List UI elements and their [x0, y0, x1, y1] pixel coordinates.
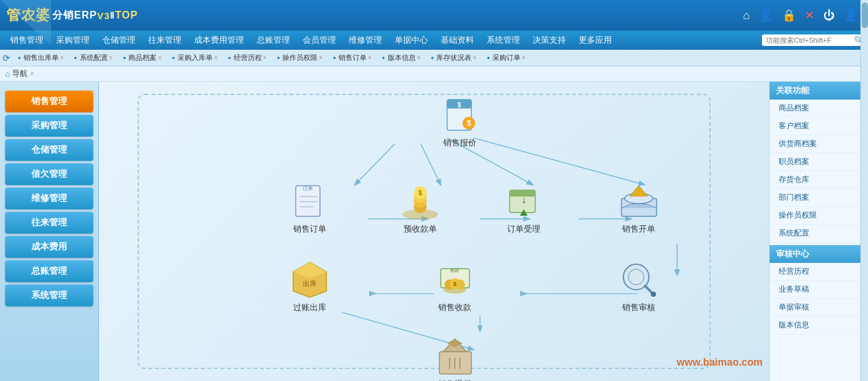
sidebar-item-debt[interactable]: 借欠管理	[5, 163, 93, 185]
tab-goods[interactable]: 商品档案 ×	[118, 51, 167, 64]
flow-node-prepay[interactable]: $ 预收款单	[398, 181, 443, 235]
flow-node-sales-collect[interactable]: 收款 $ 销售收款	[432, 259, 477, 313]
tab-inventory-status[interactable]: 库存状况表 ×	[426, 51, 482, 64]
link-customer[interactable]: 客户档案	[770, 117, 868, 135]
header: 管农婆 分销ERP V3 Ⅱ TOP ⌂ 👤 🔒 ✕ ⏻ 👤	[0, 0, 868, 31]
home-icon[interactable]: ⌂	[743, 9, 750, 22]
close-icon[interactable]: ✕	[805, 8, 814, 22]
sales-open-label: 销售开单	[622, 223, 655, 235]
link-draft[interactable]: 业务草稿	[770, 281, 868, 299]
svg-text:收款: 收款	[450, 268, 459, 273]
sales-return-label: 销售退货	[438, 378, 471, 381]
sales-collect-label: 销售收款	[438, 302, 471, 313]
flow-node-sales-return[interactable]: 销售退货	[432, 336, 477, 381]
flow-node-sales-audit[interactable]: 销售审核	[616, 259, 661, 313]
nav-system[interactable]: 系统管理	[480, 32, 526, 49]
nav-more[interactable]: 更多应用	[572, 32, 618, 49]
svg-text:$: $	[453, 281, 456, 287]
nav-ledger[interactable]: 总账管理	[250, 32, 296, 49]
tab-purchase-in[interactable]: 采购入库单 ×	[167, 51, 223, 64]
refresh-icon[interactable]: ⟳	[3, 53, 10, 63]
svg-text:$: $	[457, 101, 461, 108]
sales-collect-icon: 收款 $	[432, 259, 477, 301]
link-staff[interactable]: 职员档案	[770, 153, 868, 171]
link-doc-audit[interactable]: 单据审核	[770, 299, 868, 317]
right-panel: 关联功能 商品档案 客户档案 供货商档案 职员档案 存货仓库 部门档案 操作员权…	[769, 82, 868, 381]
main-content: $ $ 销售报价 订单 销	[99, 82, 769, 381]
prepay-icon: $	[398, 181, 443, 222]
prepay-label: 预收款单	[404, 223, 437, 235]
tab-sales-out[interactable]: 销售出库单 ×	[13, 51, 69, 64]
link-business-history[interactable]: 经营历程	[770, 263, 868, 281]
navbar: 销售管理 采购管理 仓储管理 往来管理 成本费用管理 总账管理 会员管理 维修管…	[0, 31, 868, 50]
order-accept-label: 订单受理	[507, 223, 540, 235]
flow-node-order-accept[interactable]: ↓ 订单受理	[501, 181, 546, 235]
link-operator[interactable]: 操作员权限	[770, 207, 868, 225]
breadcrumb-bar: ⌂ 导航 ×	[0, 66, 868, 82]
nav-contacts[interactable]: 往来管理	[142, 32, 188, 49]
header-icons: ⌂ 👤 🔒 ✕ ⏻ 👤	[743, 8, 858, 22]
order-accept-icon: ↓	[501, 181, 546, 222]
nav-docs[interactable]: 单据中心	[388, 32, 434, 49]
svg-line-4	[473, 138, 644, 184]
right-panel-related: 关联功能 商品档案 客户档案 供货商档案 职员档案 存货仓库 部门档案 操作员权…	[770, 82, 868, 243]
tab-business-history[interactable]: 经营历程 ×	[223, 51, 272, 64]
audit-center-title: 审核中心	[770, 245, 868, 263]
svg-text:$: $	[418, 190, 422, 197]
nav-purchase[interactable]: 采购管理	[50, 32, 96, 49]
tab-sales-order[interactable]: 销售订单 ×	[328, 51, 377, 64]
sidebar-item-sales[interactable]: 销售管理	[5, 91, 93, 112]
lock-icon[interactable]: 🔒	[782, 8, 796, 22]
svg-text:出库: 出库	[303, 280, 317, 287]
search-box[interactable]: 🔍	[762, 34, 864, 46]
svg-point-49	[651, 292, 656, 297]
user-icon[interactable]: 👤	[759, 8, 773, 22]
link-warehouse[interactable]: 存货仓库	[770, 171, 868, 189]
nav-cost[interactable]: 成本费用管理	[188, 32, 250, 49]
link-supplier[interactable]: 供货商档案	[770, 135, 868, 153]
home-small-icon[interactable]: ⌂	[5, 70, 10, 78]
sidebar-item-ledger[interactable]: 总账管理	[5, 260, 93, 282]
sidebar-item-contacts[interactable]: 往来管理	[5, 212, 93, 234]
tab-purchase-order[interactable]: 采购订单 ×	[482, 51, 531, 64]
svg-line-2	[421, 144, 441, 184]
svg-text:订单: 订单	[303, 186, 313, 191]
sidebar-item-purchase[interactable]: 采购管理	[5, 115, 93, 137]
sidebar-deco	[0, 0, 51, 45]
nav-member[interactable]: 会员管理	[296, 32, 342, 49]
flow-node-sales-quote[interactable]: $ $ 销售报价	[438, 94, 482, 149]
nav-repair[interactable]: 维修管理	[342, 32, 388, 49]
right-panel-scrollbar[interactable]	[860, 82, 868, 381]
sales-quote-icon: $ $	[438, 94, 482, 136]
breadcrumb-text: 导航	[12, 68, 27, 79]
link-system-config[interactable]: 系统配置	[770, 225, 868, 243]
sidebar-item-warehouse[interactable]: 仓储管理	[5, 139, 93, 161]
power-icon[interactable]: ⏻	[823, 9, 835, 22]
tab-operator-rights[interactable]: 操作员权限 ×	[271, 51, 328, 64]
account-icon[interactable]: 👤	[844, 8, 858, 22]
breadcrumb-tab-indicator: ×	[30, 70, 34, 77]
nav-warehouse[interactable]: 仓储管理	[96, 32, 142, 49]
svg-rect-50	[439, 352, 471, 374]
link-version[interactable]: 版本信息	[770, 317, 868, 334]
flow-diagram: $ $ 销售报价 订单 销	[105, 88, 763, 375]
link-dept[interactable]: 部门档案	[770, 189, 868, 207]
sales-open-icon	[616, 181, 661, 222]
flow-node-sales-open[interactable]: 销售开单	[616, 181, 661, 235]
link-goods[interactable]: 商品档案	[770, 100, 868, 117]
tab-version[interactable]: 版本信息 ×	[377, 51, 426, 64]
search-input[interactable]	[766, 36, 854, 44]
flow-node-post-out[interactable]: 出库 过账出库	[287, 259, 332, 313]
svg-text:↓: ↓	[521, 194, 526, 205]
post-out-icon: 出库	[287, 259, 332, 301]
svg-text:$: $	[467, 119, 471, 128]
tab-system-config[interactable]: 系统配置 ×	[69, 51, 118, 64]
flow-node-sales-order[interactable]: 订单 销售订单	[287, 181, 332, 235]
sidebar-item-cost[interactable]: 成本费用	[5, 236, 93, 258]
nav-basic[interactable]: 基础资料	[434, 32, 480, 49]
svg-line-1	[355, 144, 395, 184]
nav-decision[interactable]: 决策支持	[526, 32, 572, 49]
sidebar-item-system[interactable]: 系统管理	[5, 285, 93, 306]
sidebar-item-repair[interactable]: 维修管理	[5, 188, 93, 209]
sales-quote-label: 销售报价	[443, 137, 476, 149]
